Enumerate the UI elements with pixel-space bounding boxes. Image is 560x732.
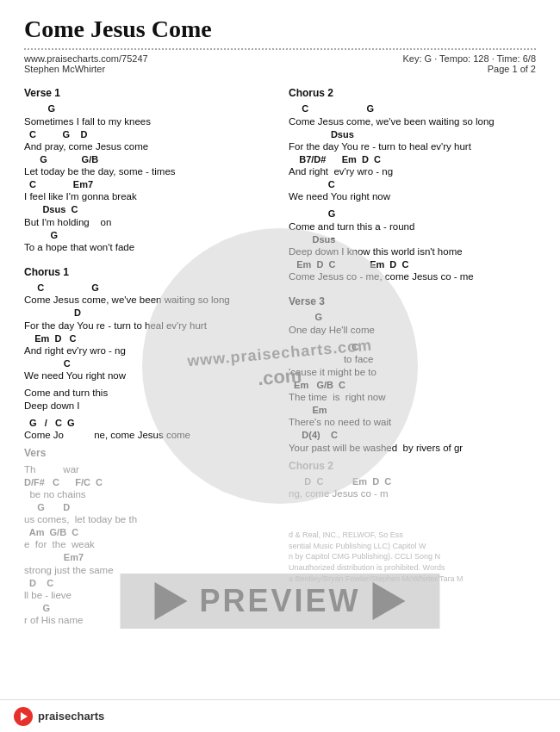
logo-play-icon: [21, 712, 28, 721]
chorus1-title: Chorus 1: [24, 265, 271, 280]
lyric-line: C G Come Jesus come, we've been waiting …: [289, 102, 536, 127]
verse3-title: Verse 3: [289, 295, 536, 309]
lyric-line: Deep down I: [24, 400, 271, 413]
page-title: Come Jesus Come: [24, 16, 536, 43]
lyric-line: G Come and turn this a - round: [289, 208, 536, 233]
lyric-line: Th war: [24, 463, 271, 476]
preview-banner: PREVIEW: [120, 574, 439, 629]
lyric-line: 'cause it might be to: [289, 366, 536, 379]
lyric-line: Em D C And right ev'ry wro - ng: [24, 332, 271, 357]
verse1-title: Verse 1: [24, 86, 271, 101]
lyric-line: Am G/B C e for the weak: [24, 526, 271, 551]
lyric-line: C We need You right now: [24, 357, 271, 382]
author-label: Stephen McWhirter: [24, 64, 148, 74]
lyric-line: C G D And pray, come Jesus come: [24, 128, 271, 153]
logo-text: praisecharts: [38, 710, 104, 723]
logo-circle: [14, 707, 33, 726]
lyric-line: G Sometimes I fall to my knees: [24, 102, 271, 127]
lyric-line: D For the day You re - turn to heal ev'r…: [24, 307, 271, 332]
header: Come Jesus Come www.praisecharts.com/752…: [0, 0, 560, 79]
meta-right: Key: G · Tempo: 128 · Time: 6/8 Page 1 o…: [403, 53, 536, 74]
right-column: Chorus 2 C G Come Jesus come, we've been…: [289, 86, 536, 627]
lyric-line: C Em7 I feel like I'm gonna break: [24, 178, 271, 203]
lyric-line: C G Come Jesus come, we've been waiting …: [24, 282, 271, 307]
lyric-line: C to face: [289, 341, 536, 366]
page: Come Jesus Come www.praisecharts.com/752…: [0, 0, 560, 732]
lyric-line: C We need You right now: [289, 178, 536, 203]
content-area: Verse 1 G Sometimes I fall to my knees C…: [0, 79, 560, 627]
preview-label: PREVIEW: [199, 583, 360, 619]
chorus2b-title: Chorus 2: [289, 459, 536, 474]
lyric-line: Em D C Em D C Come Jesus co - me, come J…: [289, 258, 536, 283]
lyric-line: G / C G Come Jo ne, come Jesus come: [24, 417, 271, 442]
left-column: Verse 1 G Sometimes I fall to my knees C…: [24, 86, 271, 627]
divider: [24, 48, 536, 50]
lyric-line: G To a hope that won't fade: [24, 229, 271, 254]
verse2-title: Vers: [24, 446, 271, 461]
praise-logo: praisecharts: [14, 707, 104, 726]
url-label: www.praisecharts.com/75247: [24, 53, 148, 64]
meta-left: www.praisecharts.com/75247 Stephen McWhi…: [24, 53, 148, 74]
lyric-line: B7/D# Em D C And right ev'ry wro - ng: [289, 153, 536, 178]
lyric-line: Em There's no need to wait: [289, 404, 536, 429]
lyric-line: Dsus C But I'm holding on: [24, 203, 271, 228]
page-num: Page 1 of 2: [488, 64, 536, 74]
lyric-line: G One day He'll come: [289, 311, 536, 336]
play-icon: [154, 582, 187, 620]
chorus2-title: Chorus 2: [289, 86, 536, 101]
play-icon-right: [373, 582, 406, 620]
lyric-line: D(4) C Your past will be washed by river…: [289, 429, 536, 454]
lyric-line: Em G/B C The time is right now: [289, 379, 536, 404]
meta-row: www.praisecharts.com/75247 Stephen McWhi…: [24, 53, 536, 74]
lyric-line: G G/B Let today be the day, some - times: [24, 153, 271, 178]
lyric-line: Come and turn this: [24, 387, 271, 400]
bottom-bar: praisecharts: [0, 699, 560, 732]
lyric-line: Dsus For the day You re - turn to heal e…: [289, 128, 536, 153]
key-tempo-time: Key: G · Tempo: 128 · Time: 6/8: [403, 53, 536, 64]
lyric-line: G D us comes, let today be th: [24, 501, 271, 526]
right-now-text: right now: [345, 392, 386, 402]
lyric-line: D/F# C F/C C be no chains: [24, 476, 271, 501]
lyric-line: D C Em D C ng, come Jesus co - m: [289, 475, 536, 500]
lyric-line: Dsus Deep down I know this world isn't h…: [289, 233, 536, 258]
